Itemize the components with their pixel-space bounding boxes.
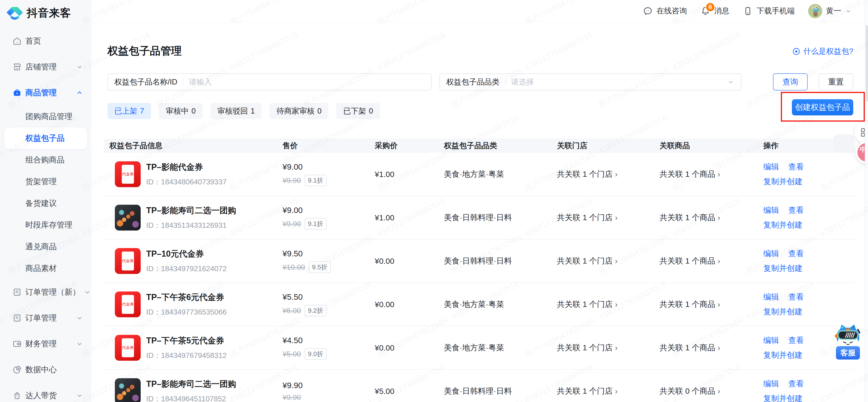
edit-link[interactable]: 编辑 [763,335,779,346]
sidebar-subitem-2-1[interactable]: 权益包子品 [4,127,87,149]
customer-service-widget[interactable]: 客服 [833,323,863,360]
sale-price-cell: ¥5.50 ¥6.009.2折 [278,292,370,316]
chevron-right-icon: › [718,256,720,265]
edit-link[interactable]: 编辑 [763,292,779,302]
tab-4[interactable]: 已下架0 [336,103,380,119]
linked-products-link[interactable]: 共关联 1 个商品› [655,212,759,223]
edit-link[interactable]: 编辑 [763,248,779,259]
copy-create-link[interactable]: 复制并创建 [763,176,803,187]
reset-button[interactable]: 重置 [819,74,853,90]
bag-icon [12,391,22,401]
chevron-right-icon: › [615,343,618,352]
linked-products-link[interactable]: 共关联 1 个商品› [655,256,759,266]
purchase-price: ¥5.00 [370,387,439,396]
side-widget-card [834,134,854,152]
tab-0[interactable]: 已上架7 [107,103,151,119]
sidebar-subitem-2-4[interactable]: 备货建议 [0,193,91,214]
customer-service-button[interactable]: 客服 [836,346,860,360]
view-link[interactable]: 查看 [788,378,804,389]
name-search-input[interactable]: 权益包子品名称/ID 请输入 [107,74,431,90]
view-link[interactable]: 查看 [788,335,804,346]
sidebar-subitem-2-5[interactable]: 时段库存管理 [0,214,91,236]
product-title: TP–影能代金券 [146,162,227,173]
sidebar-item-label: 首页 [25,36,84,47]
original-price: ¥9.90 [282,176,301,185]
coupon-label: 代金券 [122,338,134,357]
linked-stores-link[interactable]: 共关联 1 个门店› [552,386,655,397]
sidebar-item-label: 财务管理 [25,339,72,349]
coupon-label: 代金券 [122,165,134,184]
scrollbar[interactable] [865,0,868,402]
product-id: ID：1843513433126931 [146,220,236,231]
category-select[interactable]: 权益包子品品类 请选择 [439,74,741,90]
sidebar-subitem-2-6[interactable]: 通兑商品 [0,236,91,258]
avatar [808,4,822,18]
copy-create-link[interactable]: 复制并创建 [763,350,803,361]
sidebar-item-label: 数据中心 [25,364,84,375]
linked-stores-link[interactable]: 共关联 1 个门店› [552,169,655,179]
sidebar-subitem-2-0[interactable]: 团购商品管理 [0,106,91,127]
original-price: ¥10.00 [282,263,305,271]
sidebar-item-2[interactable]: 商品管理 [0,80,91,106]
linked-stores-link[interactable]: 共关联 1 个门店› [552,299,655,310]
tab-1[interactable]: 审核中0 [159,103,203,119]
linked-products-link[interactable]: 共关联 1 个商品› [655,169,759,179]
what-is-benefit-package-link[interactable]: 什么是权益包? [792,46,853,57]
copy-create-link[interactable]: 复制并创建 [763,307,803,317]
copy-create-link[interactable]: 复制并创建 [763,263,803,274]
edit-link[interactable]: 编辑 [763,162,779,172]
chevron-down-icon [75,392,84,399]
sidebar-subitem-2-2[interactable]: 组合购商品 [0,149,91,171]
messages-button[interactable]: 6 消息 [700,6,730,16]
sidebar-item-0[interactable]: 首页 [0,28,91,54]
scrollbar-thumb[interactable] [866,25,868,102]
sidebar-subitem-2-7[interactable]: 商品素材 [0,258,91,279]
query-button[interactable]: 查询 [773,74,808,90]
online-support-button[interactable]: 在线咨询 [643,6,687,16]
product-title: TP–影能寿司二选一团购 [146,205,236,216]
view-link[interactable]: 查看 [788,248,804,259]
product-thumbnail-coupon: 代金券 [115,335,141,361]
view-link[interactable]: 查看 [788,162,804,172]
sidebar-subitem-label: 组合购商品 [25,154,65,165]
original-price: ¥5.00 [282,350,301,358]
edit-link[interactable]: 编辑 [763,205,779,216]
sidebar-subitem-label: 团购商品管理 [25,111,72,122]
messages-badge: 6 [706,2,715,12]
sidebar-item-6[interactable]: 数据中心 [0,357,91,383]
linked-stores-link[interactable]: 共关联 1 个门店› [552,212,655,223]
create-benefit-package-button[interactable]: 创建权益包子品 [792,99,853,115]
copy-create-link[interactable]: 复制并创建 [763,220,803,230]
purchase-price: ¥0.00 [370,257,439,266]
sidebar-item-1[interactable]: 店铺管理 [0,54,91,80]
sidebar-subitem-2-3[interactable]: 货架管理 [0,171,91,193]
download-app-button[interactable]: 下载手机端 [743,6,795,16]
original-price: ¥6.00 [282,307,301,315]
sale-price: ¥5.50 [282,292,370,302]
table-row: TP–影能寿司二选一团购 ID：1843513433126931 ¥9.00 ¥… [104,196,855,239]
chevron-down-icon [845,8,852,15]
linked-products-link[interactable]: 共关联 0 个商品› [655,386,759,397]
tab-3[interactable]: 待商家审核0 [270,103,329,119]
linked-stores-link[interactable]: 共关联 1 个门店› [552,256,655,266]
product-thumbnail-coupon: 代金券 [115,248,141,274]
sidebar-item-4[interactable]: 订单管理 [0,305,91,331]
sidebar-subitem-label: 权益包子品 [25,133,65,144]
chevron-right-icon: › [718,386,720,395]
linked-stores-link[interactable]: 共关联 1 个门店› [552,342,655,353]
view-link[interactable]: 查看 [788,205,804,216]
edit-link[interactable]: 编辑 [763,378,779,389]
view-link[interactable]: 查看 [788,292,804,302]
sidebar-subitem-label: 时段库存管理 [25,220,72,230]
sidebar-item-3[interactable]: 订单管理（新） [0,279,91,305]
linked-products-link[interactable]: 共关联 1 个商品› [655,342,759,353]
tab-2[interactable]: 审核驳回1 [211,103,262,119]
user-menu[interactable]: 黄一 [808,4,852,18]
sidebar-item-7[interactable]: 达人带货 [0,383,91,402]
sidebar-item-5[interactable]: 财务管理 [0,331,91,357]
linked-products-link[interactable]: 共关联 1 个商品› [655,299,759,310]
sidebar-subitem-label: 商品素材 [25,263,57,274]
actions-cell: 编辑 查看 复制并创建 [759,205,855,230]
copy-create-link[interactable]: 复制并创建 [763,393,803,402]
finance-icon [12,339,22,349]
